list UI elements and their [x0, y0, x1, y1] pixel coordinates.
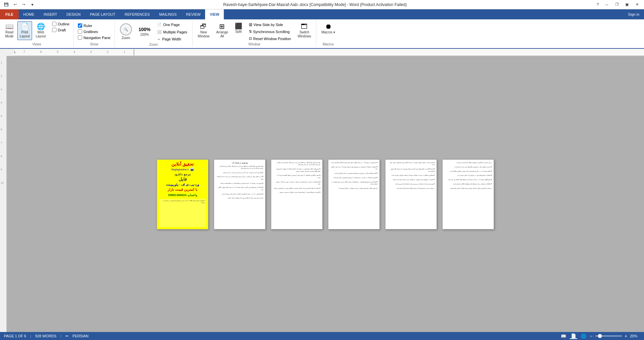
zoom-group-label: Zoom: [118, 42, 190, 46]
ribbon-content: 📖 ReadMode 📄 PrintLayout 🌐 WebLayout Out…: [0, 19, 644, 48]
switch-windows-button[interactable]: 🗔 SwitchWindows: [295, 21, 314, 40]
ruler-num-6: 6: [40, 50, 42, 53]
qat-undo[interactable]: ↩: [11, 1, 19, 8]
v-ruler-10: 10: [1, 181, 4, 184]
qat-redo[interactable]: ↪: [20, 1, 27, 8]
view-side-by-side-icon: ▥: [249, 22, 252, 27]
minimize-button[interactable]: ─: [603, 1, 611, 8]
page-2-content: بهره‌وری در مصرف آب چهار کشمشی آنها امتا…: [214, 160, 265, 229]
page-info[interactable]: PAGE 1 OF 6: [4, 334, 26, 338]
pages-strip: تحقیق آنلاین Tahghighonline.ir 📷 مرجع دا…: [150, 153, 501, 236]
ruler-num-5: 5: [57, 50, 58, 53]
zoom-100-button[interactable]: 100% 100%: [136, 25, 153, 38]
macros-group-label: Macros: [319, 42, 337, 46]
tab-file[interactable]: FILE: [0, 9, 19, 19]
word-count[interactable]: 928 WORDS: [35, 334, 56, 338]
new-window-button[interactable]: 🗗 NewWindow: [195, 21, 212, 40]
v-ruler-8: 8: [1, 155, 2, 158]
ad-subtext: مرجع دانلـود: [174, 173, 191, 176]
zoom-slider[interactable]: [595, 335, 622, 337]
qat-dropdown[interactable]: ▼: [29, 1, 36, 8]
ruler-num-2: 2: [107, 50, 109, 53]
restore-button[interactable]: ❐: [613, 1, 621, 8]
show-group-content: Ruler Gridlines Navigation Pane: [76, 21, 112, 42]
macros-icon: ⏺: [325, 23, 332, 30]
draft-checkbox[interactable]: Draft: [51, 27, 71, 32]
ruler-num-7: 7: [23, 50, 25, 53]
split-button[interactable]: ⬛ Split: [232, 21, 245, 35]
page-2-body: چهار کشمشی آنها امتا آنها بر شا فقلان عذ…: [216, 165, 263, 199]
tab-mailings[interactable]: MAILINGS: [154, 9, 181, 19]
macros-button[interactable]: ⏺ Macros ▾: [319, 21, 337, 36]
page-2-heading: بهره‌وری در مصرف آب: [216, 162, 263, 164]
web-layout-status-button[interactable]: 🌐: [580, 333, 587, 339]
zoom-group: 🔍 Zoom 100% 100% 📄 One Page ⬜ Multiple P…: [115, 21, 193, 47]
gridlines-checkbox[interactable]: Gridlines: [76, 29, 99, 34]
ruler-num-4: 4: [73, 50, 75, 53]
ad-insta-icon: 📷: [190, 167, 194, 171]
help-button[interactable]: ?: [594, 1, 601, 8]
ruler-checkbox[interactable]: Ruler: [76, 23, 94, 28]
page-4-body: ❋ صرفه‌جویی در مصرف آب در بخش خانگی با ت…: [330, 162, 377, 189]
zoom-minus-button[interactable]: −: [590, 333, 593, 339]
zoom-group-content: 🔍 Zoom 100% 100% 📄 One Page ⬜ Multiple P…: [118, 21, 190, 42]
tab-home[interactable]: HOME: [19, 9, 39, 19]
page-1-ad-content: تحقیق آنلاین Tahghighonline.ir 📷 مرجع دا…: [157, 160, 208, 229]
macros-group: ⏺ Macros ▾ Macros: [316, 21, 340, 47]
ad-title: تحقیق آنلاین: [171, 162, 194, 167]
views-group-label: Views: [3, 42, 71, 46]
ribbon-tabs: FILE HOME INSERT DESIGN PAGE LAYOUT REFE…: [0, 9, 644, 19]
zoom-percent[interactable]: 20%: [630, 334, 640, 338]
edit-mode-icon[interactable]: ✏: [65, 334, 68, 338]
tab-references[interactable]: REFERENCES: [120, 9, 154, 19]
print-layout-button[interactable]: 📄 PrintLayout: [17, 21, 32, 40]
sync-scrolling-button[interactable]: ⇅ Synchronous Scrolling: [247, 28, 293, 35]
ruler-num-3: 3: [90, 50, 92, 53]
new-window-icon: 🗗: [200, 23, 207, 30]
arrange-all-button[interactable]: ⊞ ArrangeAll: [214, 21, 230, 40]
read-mode-button[interactable]: 📖 ReadMode: [3, 21, 16, 40]
reset-window-button[interactable]: ⊡ Reset Window Position: [247, 35, 293, 42]
side-ruler-space: [0, 49, 7, 56]
tab-insert[interactable]: INSERT: [39, 9, 62, 19]
print-layout-icon: 📄: [21, 23, 29, 30]
qat-save[interactable]: 💾: [3, 1, 10, 8]
sync-scrolling-icon: ⇅: [249, 29, 252, 34]
v-ruler-2: 2: [1, 74, 2, 77]
print-layout-status-button[interactable]: 📄: [570, 333, 577, 339]
language[interactable]: PERSIAN: [72, 334, 89, 338]
read-mode-status-button[interactable]: 📖: [560, 333, 567, 339]
page-5-body: ❋ نقش دولت در تنظیم قوانین مصرف آب و ایج…: [387, 162, 435, 189]
zoom-slider-thumb: [598, 334, 602, 338]
doc-page-6: در این بخش به نتیجه‌گیری و جمع‌بندی مطال…: [442, 159, 494, 229]
doc-page-1: تحقیق آنلاین Tahghighonline.ir 📷 مرجع دا…: [157, 159, 208, 229]
document-canvas[interactable]: تحقیق آنلاین Tahghighonline.ir 📷 مرجع دا…: [7, 56, 644, 333]
zoom-button[interactable]: 🔍 Zoom: [118, 22, 134, 42]
page-5-content: ❋ نقش دولت در تنظیم قوانین مصرف آب و ایج…: [385, 160, 437, 229]
split-icon: ⬛: [235, 23, 242, 29]
ruler-area: L 7 6 5 4 3 2 1: [0, 49, 644, 56]
tab-review[interactable]: REVIEW: [181, 9, 205, 19]
reset-window-icon: ⊡: [249, 36, 252, 41]
doc-page-5: ❋ نقش دولت در تنظیم قوانین مصرف آب و ایج…: [385, 159, 437, 229]
outline-checkbox[interactable]: Outline: [51, 21, 71, 26]
show-group: Ruler Gridlines Navigation Pane Show: [74, 21, 115, 47]
nav-pane-checkbox[interactable]: Navigation Pane: [76, 35, 112, 40]
zoom-plus-button[interactable]: +: [625, 333, 627, 339]
v-ruler-6: 6: [1, 128, 2, 131]
tab-sign-in[interactable]: Sign in: [623, 9, 644, 19]
ruler-icon: L: [14, 50, 16, 54]
multiple-pages-button[interactable]: ⬜ Multiple Pages: [155, 29, 189, 35]
view-side-by-side-button[interactable]: ▥ View Side by Side: [247, 21, 293, 28]
close-button[interactable]: ✕: [633, 1, 641, 8]
tab-design[interactable]: DESIGN: [62, 9, 85, 19]
tab-page-layout[interactable]: PAGE LAYOUT: [85, 9, 120, 19]
window-group-content: 🗗 NewWindow ⊞ ArrangeAll ⬛ Split ▥ View …: [195, 21, 314, 42]
page-width-button[interactable]: ↔ Page Width: [155, 36, 189, 42]
ad-phone: 09981366624 واتساپ: [168, 193, 197, 197]
tab-view[interactable]: VIEW: [205, 9, 224, 19]
title-bar: 💾 ↩ ↪ ▼ Ravesh-haye-Sarfehjuee-Dar-Masra…: [0, 0, 644, 9]
web-layout-button[interactable]: 🌐 WebLayout: [33, 21, 48, 40]
one-page-button[interactable]: 📄 One Page: [155, 21, 189, 28]
maximize-button[interactable]: ▣: [623, 1, 631, 8]
